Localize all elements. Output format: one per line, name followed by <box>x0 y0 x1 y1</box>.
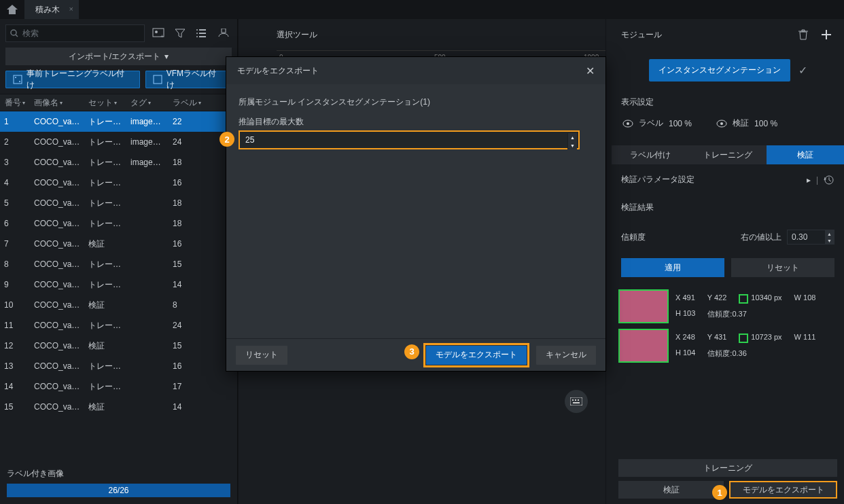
close-icon[interactable]: ✕ <box>586 65 595 77</box>
step-up-icon[interactable]: ▲ <box>567 133 577 141</box>
export-model-dialog: モデルをエクスポート ✕ 所属モジュール インスタンスセグメンテーション(1) … <box>226 56 606 372</box>
step-down-icon[interactable]: ▼ <box>567 141 577 149</box>
dialog-target-label: 推論目標の最大数 <box>239 116 593 128</box>
step-3-badge: 3 <box>404 344 419 359</box>
dialog-reset-button[interactable]: リセット <box>236 346 287 365</box>
dialog-export-button[interactable]: モデルをエクスポート <box>426 346 527 365</box>
modal-mask: モデルをエクスポート ✕ 所属モジュール インスタンスセグメンテーション(1) … <box>0 0 844 504</box>
max-targets-input[interactable]: 25 ▲▼ <box>239 130 580 149</box>
dialog-cancel-button[interactable]: キャンセル <box>536 346 596 365</box>
dialog-module-label: 所属モジュール インスタンスセグメンテーション(1) <box>239 96 593 108</box>
step-2-badge: 2 <box>219 132 234 147</box>
dialog-title: モデルをエクスポート <box>237 65 319 77</box>
